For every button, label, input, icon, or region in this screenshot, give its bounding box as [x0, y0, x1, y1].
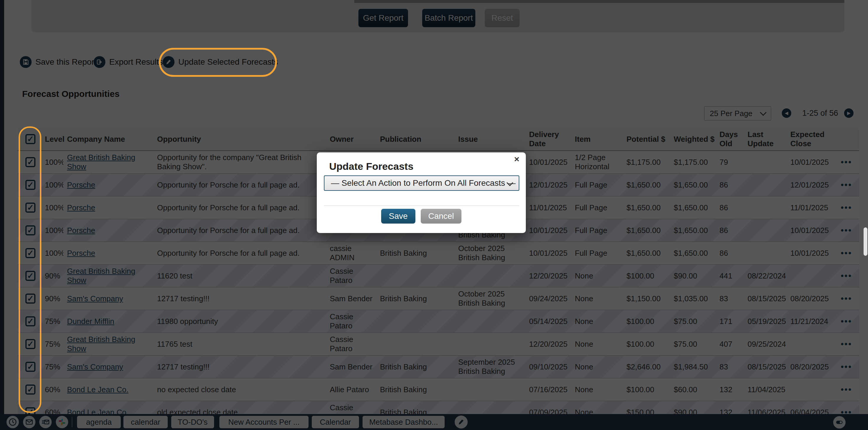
cancel-button[interactable]: Cancel — [421, 209, 461, 223]
modal-divider — [324, 206, 519, 206]
highlight-ring-update-selected-forecasts — [159, 48, 277, 77]
update-forecasts-modal: × Update Forecasts — Select An Action to… — [317, 152, 526, 233]
save-button[interactable]: Save — [381, 209, 415, 223]
scrollbar-thumb[interactable] — [864, 227, 867, 256]
forecast-action-select[interactable]: — Select An Action to Perform On All For… — [324, 176, 519, 191]
highlight-ring-checkbox-column — [19, 126, 41, 413]
modal-title: Update Forecasts — [329, 161, 413, 172]
forecast-action-select-value: — Select An Action to Perform On All For… — [324, 178, 516, 188]
close-icon[interactable]: × — [514, 155, 519, 164]
